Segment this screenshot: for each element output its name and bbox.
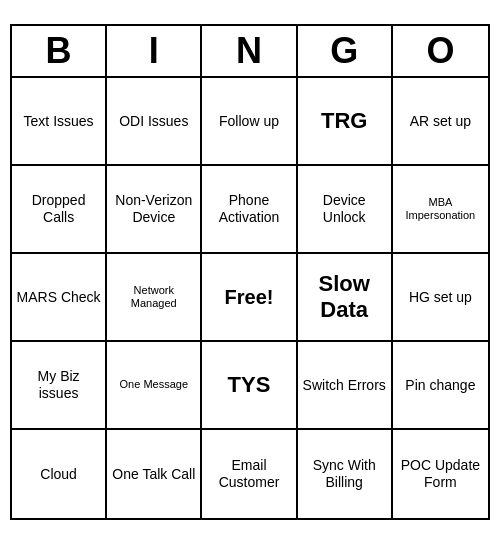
bingo-cell: MBA Impersonation	[393, 166, 488, 254]
bingo-cell: Non-Verizon Device	[107, 166, 202, 254]
bingo-cell: Dropped Calls	[12, 166, 107, 254]
bingo-cell: HG set up	[393, 254, 488, 342]
bingo-cell: Switch Errors	[298, 342, 393, 430]
bingo-header: BINGO	[12, 26, 488, 78]
bingo-cell: Pin change	[393, 342, 488, 430]
bingo-cell: One Message	[107, 342, 202, 430]
header-letter: N	[202, 26, 297, 76]
bingo-cell: TYS	[202, 342, 297, 430]
bingo-cell: TRG	[298, 78, 393, 166]
bingo-cell: MARS Check	[12, 254, 107, 342]
bingo-cell: One Talk Call	[107, 430, 202, 518]
bingo-cell: Network Managed	[107, 254, 202, 342]
bingo-cell: Sync With Billing	[298, 430, 393, 518]
bingo-cell: Follow up	[202, 78, 297, 166]
bingo-cell: Phone Activation	[202, 166, 297, 254]
header-letter: I	[107, 26, 202, 76]
bingo-cell: POC Update Form	[393, 430, 488, 518]
header-letter: G	[298, 26, 393, 76]
bingo-cell: ODI Issues	[107, 78, 202, 166]
bingo-cell: Free!	[202, 254, 297, 342]
bingo-cell: Device Unlock	[298, 166, 393, 254]
bingo-cell: Slow Data	[298, 254, 393, 342]
bingo-grid: Text IssuesODI IssuesFollow upTRGAR set …	[12, 78, 488, 518]
header-letter: B	[12, 26, 107, 76]
bingo-cell: AR set up	[393, 78, 488, 166]
bingo-cell: Cloud	[12, 430, 107, 518]
bingo-cell: Text Issues	[12, 78, 107, 166]
bingo-card: BINGO Text IssuesODI IssuesFollow upTRGA…	[10, 24, 490, 520]
bingo-cell: Email Customer	[202, 430, 297, 518]
header-letter: O	[393, 26, 488, 76]
bingo-cell: My Biz issues	[12, 342, 107, 430]
